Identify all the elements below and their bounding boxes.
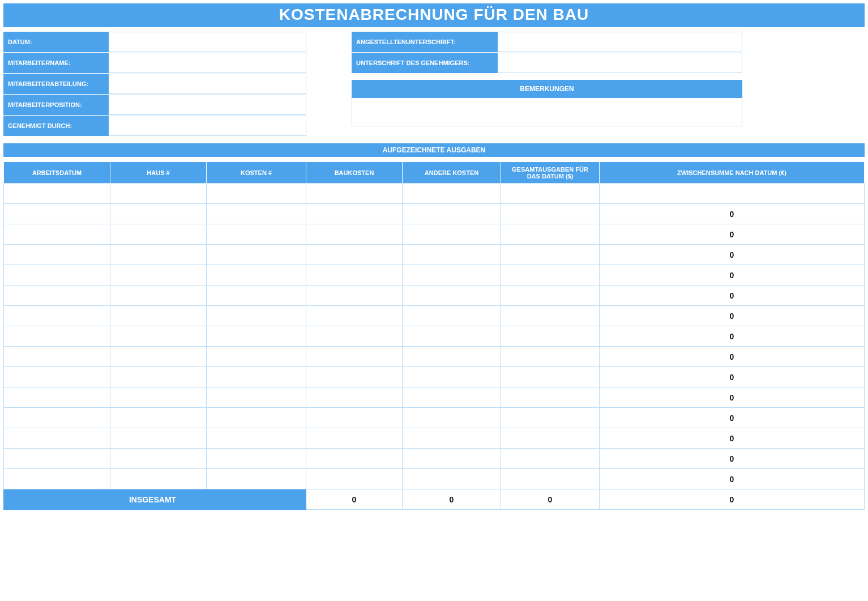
cell-house[interactable] xyxy=(110,347,207,367)
cell-house[interactable] xyxy=(110,204,207,224)
cell-house[interactable] xyxy=(110,265,207,285)
cell-total[interactable] xyxy=(501,245,600,265)
cell-cost[interactable] xyxy=(207,224,306,245)
cell-other[interactable] xyxy=(403,449,501,469)
cell-cost[interactable] xyxy=(207,184,306,204)
cell-other[interactable] xyxy=(403,184,501,204)
cell-total[interactable] xyxy=(501,449,600,469)
cell-date[interactable] xyxy=(4,347,110,367)
cell-other[interactable] xyxy=(403,224,501,245)
cell-house[interactable] xyxy=(110,408,207,428)
cell-other[interactable] xyxy=(403,326,501,347)
value-employee-name[interactable] xyxy=(109,53,306,73)
cell-total[interactable] xyxy=(501,204,600,224)
cell-cost[interactable] xyxy=(207,204,306,224)
cell-sub[interactable]: 0 xyxy=(600,204,865,224)
value-employee-signature[interactable] xyxy=(498,32,742,52)
cell-bau[interactable] xyxy=(306,204,403,224)
cell-house[interactable] xyxy=(110,469,207,489)
cell-date[interactable] xyxy=(4,306,110,326)
cell-cost[interactable] xyxy=(207,265,306,285)
cell-sub[interactable]: 0 xyxy=(600,449,865,469)
cell-bau[interactable] xyxy=(306,265,403,285)
cell-total[interactable] xyxy=(501,469,600,489)
cell-bau[interactable] xyxy=(306,245,403,265)
cell-total[interactable] xyxy=(501,224,600,245)
cell-date[interactable] xyxy=(4,428,110,449)
value-employee-dept[interactable] xyxy=(109,74,306,94)
cell-cost[interactable] xyxy=(207,245,306,265)
cell-other[interactable] xyxy=(403,347,501,367)
cell-date[interactable] xyxy=(4,184,110,204)
remarks-body[interactable] xyxy=(352,98,742,126)
cell-total[interactable] xyxy=(501,326,600,347)
cell-house[interactable] xyxy=(110,285,207,306)
cell-other[interactable] xyxy=(403,204,501,224)
cell-sub[interactable]: 0 xyxy=(600,265,865,285)
cell-total[interactable] xyxy=(501,408,600,428)
cell-date[interactable] xyxy=(4,265,110,285)
cell-date[interactable] xyxy=(4,285,110,306)
cell-house[interactable] xyxy=(110,245,207,265)
cell-total[interactable] xyxy=(501,428,600,449)
cell-total[interactable] xyxy=(501,306,600,326)
cell-bau[interactable] xyxy=(306,224,403,245)
value-date[interactable] xyxy=(109,32,306,52)
cell-date[interactable] xyxy=(4,387,110,408)
cell-sub[interactable]: 0 xyxy=(600,387,865,408)
cell-date[interactable] xyxy=(4,245,110,265)
value-approver-signature[interactable] xyxy=(498,53,742,73)
cell-cost[interactable] xyxy=(207,367,306,387)
cell-other[interactable] xyxy=(403,469,501,489)
cell-sub[interactable]: 0 xyxy=(600,224,865,245)
cell-house[interactable] xyxy=(110,367,207,387)
cell-total[interactable] xyxy=(501,265,600,285)
cell-house[interactable] xyxy=(110,306,207,326)
cell-total[interactable] xyxy=(501,387,600,408)
cell-total[interactable] xyxy=(501,347,600,367)
cell-bau[interactable] xyxy=(306,367,403,387)
cell-sub[interactable]: 0 xyxy=(600,469,865,489)
cell-sub[interactable]: 0 xyxy=(600,306,865,326)
cell-date[interactable] xyxy=(4,204,110,224)
cell-cost[interactable] xyxy=(207,347,306,367)
cell-date[interactable] xyxy=(4,449,110,469)
cell-cost[interactable] xyxy=(207,387,306,408)
cell-total[interactable] xyxy=(501,367,600,387)
cell-other[interactable] xyxy=(403,306,501,326)
cell-cost[interactable] xyxy=(207,326,306,347)
cell-cost[interactable] xyxy=(207,285,306,306)
cell-sub[interactable]: 0 xyxy=(600,428,865,449)
cell-cost[interactable] xyxy=(207,469,306,489)
cell-other[interactable] xyxy=(403,428,501,449)
cell-bau[interactable] xyxy=(306,428,403,449)
cell-bau[interactable] xyxy=(306,449,403,469)
cell-house[interactable] xyxy=(110,184,207,204)
cell-house[interactable] xyxy=(110,224,207,245)
cell-house[interactable] xyxy=(110,428,207,449)
cell-other[interactable] xyxy=(403,387,501,408)
cell-date[interactable] xyxy=(4,367,110,387)
cell-total[interactable] xyxy=(501,285,600,306)
cell-bau[interactable] xyxy=(306,347,403,367)
cell-other[interactable] xyxy=(403,408,501,428)
cell-cost[interactable] xyxy=(207,449,306,469)
cell-bau[interactable] xyxy=(306,184,403,204)
cell-sub[interactable]: 0 xyxy=(600,408,865,428)
cell-bau[interactable] xyxy=(306,469,403,489)
cell-cost[interactable] xyxy=(207,306,306,326)
cell-sub[interactable]: 0 xyxy=(600,285,865,306)
cell-date[interactable] xyxy=(4,326,110,347)
cell-house[interactable] xyxy=(110,326,207,347)
cell-other[interactable] xyxy=(403,265,501,285)
cell-date[interactable] xyxy=(4,408,110,428)
cell-other[interactable] xyxy=(403,367,501,387)
cell-sub[interactable]: 0 xyxy=(600,367,865,387)
cell-bau[interactable] xyxy=(306,326,403,347)
cell-house[interactable] xyxy=(110,449,207,469)
cell-house[interactable] xyxy=(110,387,207,408)
cell-bau[interactable] xyxy=(306,306,403,326)
cell-bau[interactable] xyxy=(306,387,403,408)
cell-bau[interactable] xyxy=(306,408,403,428)
value-employee-position[interactable] xyxy=(109,95,306,115)
